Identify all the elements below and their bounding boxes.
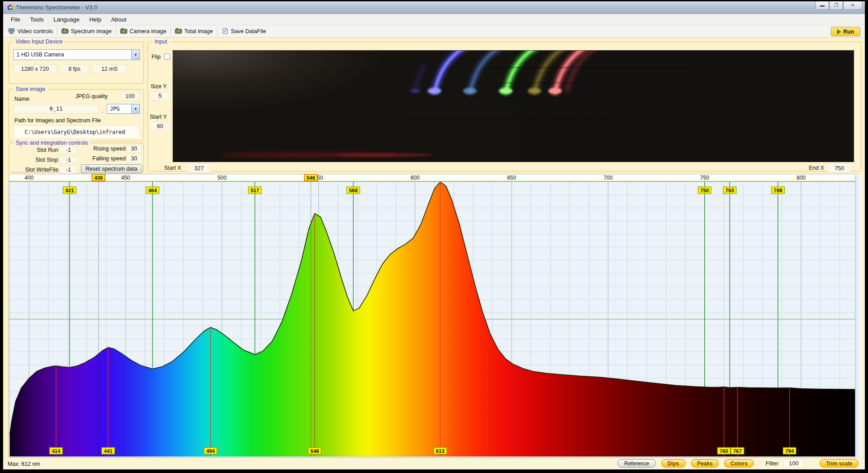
menu-item-about[interactable]: About	[106, 14, 131, 25]
slot-stop-value[interactable]: -1	[60, 156, 78, 164]
close-button[interactable]: ✕	[843, 1, 862, 10]
menu-item-tools[interactable]: Tools	[25, 14, 48, 25]
slot-run-value[interactable]: -1	[60, 146, 78, 154]
toolbar-separator	[57, 27, 57, 35]
toolbar-save-datafile[interactable]: Save DataFile	[218, 26, 269, 37]
spectrum-plot: 4004505005506006507007508004365464214645…	[9, 174, 859, 457]
filter-value[interactable]: 100	[784, 460, 803, 468]
wavelength-label: 546	[304, 174, 317, 181]
max-wavelength-label: Max: 612 nm	[8, 461, 40, 467]
jpeg-quality-label: JPEG quality	[75, 93, 108, 99]
end-x-value[interactable]: 750	[828, 163, 851, 172]
toolbar-item-label: Video controls	[17, 28, 53, 34]
rising-speed-label: Rising speed	[93, 146, 126, 152]
monitor-icon	[8, 27, 15, 36]
camera-icon	[175, 27, 182, 36]
wavelength-label: 441	[102, 447, 115, 454]
sync-group-label: Sync and integration controls	[13, 140, 90, 146]
wavelength-label: 548	[308, 447, 321, 454]
video-device-value: 1 HD USB Camera	[14, 52, 131, 58]
path-value[interactable]: C:\Users\GaryG\Desktop\infrared	[13, 125, 140, 139]
input-group: Input Flip Size Y 5 Start Y 60 Start X 3…	[148, 42, 861, 172]
reference-button[interactable]: Reference	[617, 459, 655, 468]
toolbar-separator	[116, 27, 116, 35]
rising-speed-value[interactable]: 30	[126, 145, 142, 153]
flip-checkbox[interactable]	[164, 54, 170, 60]
flip-label: Flip	[152, 54, 161, 60]
camera-icon	[120, 27, 127, 36]
start-y-value[interactable]: 60	[150, 122, 170, 131]
chevron-down-icon[interactable]: ▼	[131, 104, 139, 113]
video-input-group: Video Input Device 1 HD USB Camera ▼ 128…	[9, 42, 144, 84]
size-y-label: Size Y	[151, 83, 167, 90]
camera-icon	[61, 27, 69, 36]
wavelength-label: 464	[146, 187, 159, 194]
name-input[interactable]: 0_11	[13, 104, 99, 114]
video-stats: 1280 x 7208 fps12 mS	[13, 64, 126, 73]
toolbar-item-label: Camera image	[130, 28, 166, 34]
dips-button[interactable]: Dips	[661, 459, 686, 468]
start-x-label: Start X	[164, 165, 181, 171]
trim-scale-button[interactable]: Trim scale	[820, 459, 859, 468]
menu-item-language[interactable]: Language	[48, 14, 84, 25]
tick-label: 700	[603, 175, 612, 181]
slot-writefile-label: Slot WriteFile	[25, 167, 58, 173]
minimize-button[interactable]: ▬	[816, 1, 829, 10]
colors-button[interactable]: Colors	[724, 459, 754, 468]
size-y-value[interactable]: 5	[150, 91, 170, 100]
svg-text:548: 548	[310, 448, 319, 454]
slot-writefile-value[interactable]: -1	[60, 166, 78, 174]
tick-label: 600	[411, 175, 420, 181]
svg-text:568: 568	[349, 188, 358, 193]
wavelength-label: 568	[347, 187, 360, 194]
svg-text:788: 788	[774, 188, 783, 193]
toolbar-camera-image[interactable]: Camera image	[117, 26, 169, 37]
toolbar-video-controls[interactable]: Video controls	[5, 26, 56, 37]
restore-button[interactable]: ❐	[829, 1, 843, 10]
jpeg-quality-value[interactable]: 100	[120, 92, 140, 101]
video-stat-2: 12 mS	[92, 64, 126, 73]
svg-text:613: 613	[436, 448, 444, 454]
format-select[interactable]: JPG ▼	[107, 104, 140, 114]
chevron-down-icon[interactable]: ▼	[131, 50, 139, 60]
svg-text:750: 750	[700, 188, 709, 193]
svg-text:767: 767	[733, 448, 742, 454]
start-x-value[interactable]: 327	[187, 163, 211, 172]
wavelength-label: 414	[50, 447, 63, 454]
app-icon	[7, 4, 14, 11]
application-window: Theremino Spectrometer - V3.0 ▬ ❐ ✕ File…	[0, 0, 868, 473]
x-axis-line	[9, 181, 859, 182]
slot-stop-label: Slot Stop	[35, 157, 58, 163]
svg-text:494: 494	[206, 448, 215, 454]
title-bar[interactable]: Theremino Spectrometer - V3.0 ▬ ❐ ✕	[3, 1, 865, 14]
toolbar-total-image[interactable]: Total image	[172, 26, 216, 37]
play-icon	[837, 29, 841, 34]
toolbar-spectrum-image[interactable]: Spectrum image	[58, 26, 115, 37]
menu-item-help[interactable]: Help	[84, 14, 106, 25]
input-group-label: Input	[152, 39, 169, 45]
peaks-button[interactable]: Peaks	[691, 459, 719, 468]
camera-preview[interactable]	[173, 50, 854, 162]
toolbar-item-label: Spectrum image	[71, 28, 112, 34]
reset-spectrum-button[interactable]: Reset spectrum data	[81, 164, 142, 173]
run-button[interactable]: Run	[831, 27, 860, 36]
video-device-select[interactable]: 1 HD USB Camera ▼	[13, 49, 140, 60]
svg-text:517: 517	[251, 188, 259, 193]
document-icon	[221, 27, 229, 36]
dot-separator: .	[102, 108, 103, 114]
run-label: Run	[843, 29, 854, 35]
tick-label: 450	[121, 175, 130, 181]
spectrum-chart[interactable]: 4004505005506006507007508004365464214645…	[9, 174, 859, 457]
save-image-group-label: Save image	[13, 86, 48, 92]
wavelength-label: 613	[434, 447, 447, 454]
falling-speed-label: Falling speed	[92, 155, 126, 162]
wavelength-label: 794	[783, 447, 796, 454]
menu-item-file[interactable]: File	[6, 14, 25, 25]
wavelength-label: 767	[731, 447, 744, 454]
svg-text:436: 436	[94, 175, 103, 181]
tick-label: 750	[700, 175, 709, 181]
camera-preview-image	[173, 51, 854, 162]
chart-side-strip	[855, 175, 861, 457]
filter-label: Filter	[765, 460, 778, 467]
falling-speed-value[interactable]: 30	[126, 155, 142, 163]
